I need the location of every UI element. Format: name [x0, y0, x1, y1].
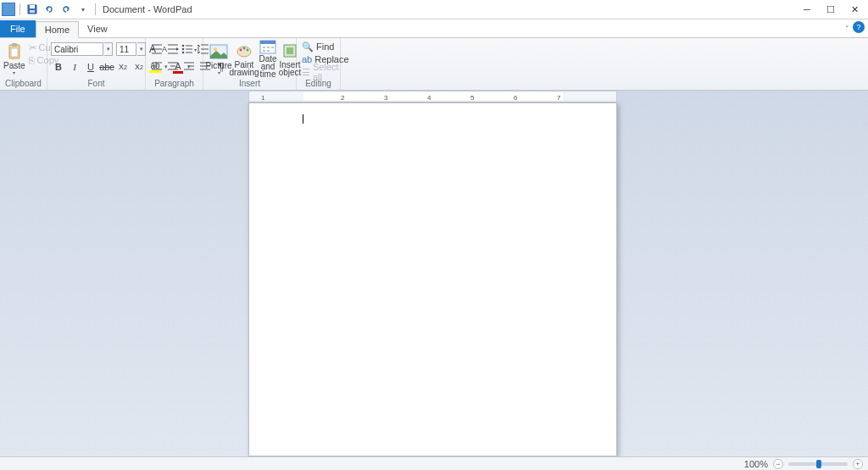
search-icon: 🔍 [302, 41, 314, 53]
close-button[interactable]: ✕ [843, 1, 866, 18]
document-page[interactable] [248, 102, 617, 456]
qat-separator [19, 3, 20, 15]
zoom-level: 100% [744, 459, 768, 469]
svg-rect-16 [260, 41, 275, 44]
picture-button[interactable]: Picture ▾ [207, 40, 231, 77]
svg-point-7 [182, 48, 185, 51]
find-label: Find [316, 41, 334, 52]
svg-rect-18 [287, 47, 293, 54]
zoom-thumb[interactable] [816, 460, 821, 468]
align-right-button[interactable] [181, 59, 197, 75]
datetime-label: Date and time [258, 55, 278, 78]
qat-customize-icon[interactable]: ▾ [76, 3, 90, 16]
app-icon [2, 3, 15, 16]
document-canvas: 1 2 3 4 5 6 7 [0, 91, 868, 456]
qat-separator [95, 3, 96, 15]
replace-icon: ab [302, 54, 312, 64]
paragraph-group: ▾ ▾ ¶ Paragraph [146, 38, 203, 90]
insert-group: Picture ▾ Paint drawing Date and time In… [203, 38, 297, 90]
insert-group-label: Insert [207, 78, 292, 90]
font-group-label: Font [51, 78, 142, 90]
quick-access-toolbar: ▾ [18, 3, 97, 16]
ruler-tick: 3 [384, 94, 387, 102]
ruler-tick: 6 [514, 94, 517, 102]
ribbon: Paste ▾ ✂Cut ⎘Copy Clipboard ▾ ▾ A A B [0, 38, 868, 91]
view-tab[interactable]: View [79, 20, 116, 37]
picture-label: Picture [205, 62, 231, 69]
bold-button[interactable]: B [51, 59, 66, 75]
ruler-tick: 2 [341, 94, 344, 102]
calendar-icon [258, 39, 278, 54]
ruler-tick: 4 [427, 94, 431, 102]
italic-button[interactable]: I [67, 59, 82, 75]
ruler-tick: 7 [557, 94, 560, 102]
svg-rect-1 [30, 5, 35, 8]
status-bar: 100% − + [0, 456, 868, 470]
title-bar: ▾ Document - WordPad ─ ☐ ✕ [0, 0, 868, 19]
paint-label: Paint drawing [230, 61, 259, 76]
find-button[interactable]: 🔍Find [300, 41, 351, 53]
paste-label: Paste [3, 62, 25, 69]
select-all-icon: ☰ [302, 67, 310, 78]
home-tab[interactable]: Home [36, 21, 79, 38]
clipboard-group: Paste ▾ ✂Cut ⎘Copy Clipboard [0, 38, 47, 90]
underline-button[interactable]: U [83, 59, 98, 75]
font-family-dropdown[interactable]: ▾ [104, 42, 113, 56]
font-family-input[interactable] [51, 42, 103, 56]
decrease-indent-button[interactable] [149, 41, 164, 57]
text-cursor [303, 114, 303, 124]
copy-icon: ⎘ [29, 55, 35, 65]
paint-icon [234, 41, 254, 60]
svg-rect-4 [12, 43, 17, 47]
font-size-input[interactable] [116, 42, 136, 56]
paste-button[interactable]: Paste ▾ [3, 40, 25, 77]
font-group: ▾ ▾ A A B I U abc X2 X2 ab ▾ A [47, 38, 146, 90]
bullets-button[interactable]: ▾ [181, 41, 197, 57]
file-tab[interactable]: File [0, 20, 36, 37]
svg-point-13 [243, 47, 246, 49]
editing-group: 🔍Find abReplace ☰Select all Editing [297, 38, 341, 90]
svg-point-10 [214, 47, 217, 51]
select-all-button[interactable]: ☰Select all [300, 66, 351, 78]
minimize-ribbon-icon[interactable]: ˅ [845, 25, 849, 33]
chevron-down-icon: ▾ [13, 69, 15, 75]
align-center-button[interactable] [165, 59, 181, 75]
scissors-icon: ✂ [29, 42, 36, 53]
minimize-button[interactable]: ─ [795, 1, 819, 18]
ribbon-tabs: File Home View ˅ ? [0, 19, 868, 38]
clipboard-icon [4, 42, 25, 61]
svg-point-12 [240, 48, 242, 51]
svg-point-8 [182, 52, 185, 54]
superscript-button[interactable]: X2 [131, 59, 147, 75]
ruler-tick: 5 [470, 94, 474, 102]
help-icon[interactable]: ? [853, 21, 865, 33]
window-title: Document - WordPad [103, 4, 192, 14]
svg-point-14 [247, 48, 249, 51]
paint-drawing-button[interactable]: Paint drawing [232, 40, 256, 77]
zoom-in-button[interactable]: + [853, 459, 863, 469]
zoom-slider[interactable] [788, 462, 848, 466]
redo-icon[interactable] [59, 3, 73, 16]
svg-rect-5 [11, 48, 18, 57]
subscript-button[interactable]: X2 [115, 59, 131, 75]
undo-icon[interactable] [42, 3, 56, 16]
save-icon[interactable] [25, 3, 39, 16]
clipboard-group-label: Clipboard [3, 78, 43, 90]
align-left-button[interactable] [149, 59, 164, 75]
svg-rect-2 [30, 10, 35, 13]
zoom-out-button[interactable]: − [773, 459, 783, 469]
font-size-dropdown[interactable]: ▾ [137, 42, 146, 56]
editing-group-label: Editing [300, 78, 337, 90]
horizontal-ruler[interactable]: 1 2 3 4 5 6 7 [248, 91, 617, 102]
increase-indent-button[interactable] [165, 41, 181, 57]
ruler-tick: 1 [261, 94, 264, 102]
picture-icon [209, 42, 229, 61]
paragraph-group-label: Paragraph [149, 78, 199, 90]
date-time-button[interactable]: Date and time [258, 40, 278, 77]
maximize-button[interactable]: ☐ [819, 1, 843, 18]
strikethrough-button[interactable]: abc [99, 59, 114, 75]
svg-point-6 [182, 45, 185, 47]
chevron-down-icon: ▾ [218, 69, 220, 75]
